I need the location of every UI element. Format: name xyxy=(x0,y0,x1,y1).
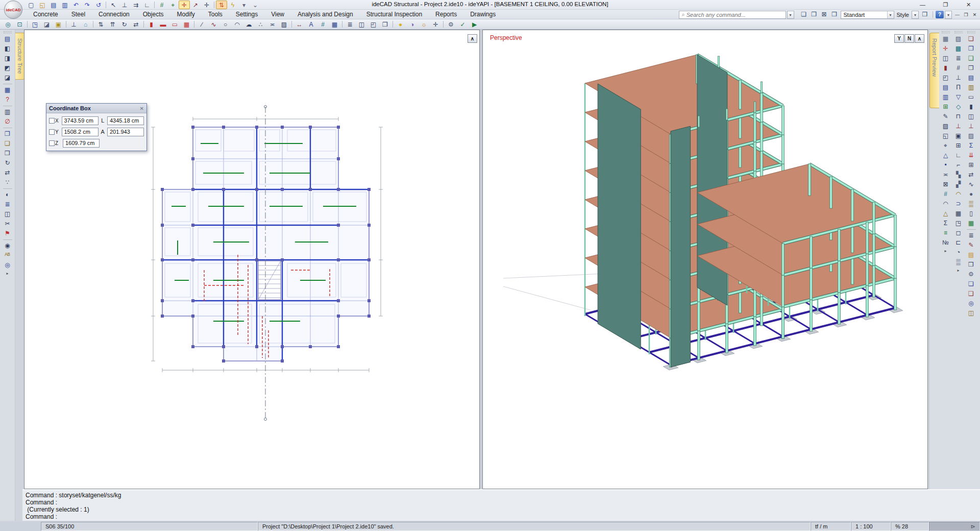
view-direction-button[interactable]: ∧ xyxy=(915,34,924,43)
toolbar-grip[interactable] xyxy=(4,31,12,33)
object-info-icon[interactable]: ◉ xyxy=(2,241,13,251)
trim-scissors-icon[interactable]: ✂ xyxy=(2,219,13,229)
zoom-extents-icon[interactable]: ◎ xyxy=(2,20,14,29)
truss-icon[interactable]: △ xyxy=(940,209,951,219)
bracket-icon[interactable]: ⌐ xyxy=(953,160,964,170)
point-array-icon[interactable]: ∵ xyxy=(2,178,13,187)
dimension-tool-icon[interactable]: ↔ xyxy=(293,20,305,29)
menu-view[interactable]: View xyxy=(264,10,291,19)
view-direction-button[interactable]: Y xyxy=(894,34,904,43)
y-lock-checkbox[interactable] xyxy=(49,129,55,135)
minimize-button[interactable]: — xyxy=(911,0,934,10)
command-search[interactable]: ⌕ xyxy=(679,11,786,19)
eraser-icon[interactable]: ◪ xyxy=(41,20,53,29)
frame-x-icon[interactable]: ⊠ xyxy=(940,180,951,189)
region-box-icon[interactable]: ◳ xyxy=(953,219,964,228)
steel-profile-icon[interactable]: ≣ xyxy=(953,54,964,63)
shearwall-tool-icon[interactable]: ▬ xyxy=(157,20,169,29)
close-button[interactable]: ✕ xyxy=(957,0,980,10)
report-mass-icon[interactable]: ● xyxy=(966,189,977,199)
toolbar-grip[interactable] xyxy=(942,31,950,33)
help-dropdown-icon[interactable]: ▾ xyxy=(945,11,952,19)
report-load-icon[interactable]: ⇊ xyxy=(966,151,977,160)
report-drift-icon[interactable]: ⇄ xyxy=(966,170,977,180)
z-coordinate-field[interactable] xyxy=(63,139,100,148)
length-field[interactable] xyxy=(107,116,144,125)
edit-polygon-icon[interactable]: ◳ xyxy=(29,20,41,29)
menu-settings[interactable]: Settings xyxy=(229,10,264,19)
checker-fill-icon[interactable]: ▚ xyxy=(953,170,964,180)
frame-grid-icon[interactable]: ⊞ xyxy=(953,141,964,151)
report-print-icon[interactable]: ❒ xyxy=(966,260,977,270)
report-settings-icon[interactable]: ⚙ xyxy=(966,270,977,279)
select-cursor-icon[interactable]: ↖ xyxy=(108,1,119,9)
viewport-maximize-button[interactable]: ∧ xyxy=(468,34,477,43)
search-input[interactable] xyxy=(687,12,785,18)
library-books-icon[interactable]: ≣ xyxy=(2,200,13,209)
perpendicular-snap-icon[interactable]: ⊥ xyxy=(119,1,130,9)
slab-iso-icon[interactable]: ◇ xyxy=(953,102,964,112)
quick-command-icon[interactable]: ϟ xyxy=(227,1,238,9)
report-footing-icon[interactable]: ⊥ xyxy=(966,122,977,131)
column-base-icon[interactable]: ◻ xyxy=(953,228,964,238)
block-tool-icon[interactable]: ◫ xyxy=(356,20,368,29)
tile-windows-icon[interactable]: ❐ xyxy=(809,11,819,19)
x-lock-checkbox[interactable] xyxy=(49,118,55,124)
child-minimize-button[interactable]: — xyxy=(953,11,962,18)
zone-shade-icon[interactable]: ▒ xyxy=(953,257,964,267)
report-soil-icon[interactable]: ▒ xyxy=(966,199,977,209)
mirror-icon[interactable]: ⇄ xyxy=(130,20,142,29)
report-lab-icon[interactable]: ▥ xyxy=(966,83,977,92)
menu-objects[interactable]: Objects xyxy=(136,10,170,19)
move-story-icon[interactable]: ⇅ xyxy=(95,20,107,29)
snap-lock-icon[interactable]: ✛ xyxy=(179,1,190,9)
sun-light-icon[interactable]: ☼ xyxy=(418,20,430,29)
app-logo-icon[interactable]: ideCAD xyxy=(4,1,22,19)
report-combo-icon[interactable]: ⊞ xyxy=(966,160,977,170)
plumb-line-icon[interactable]: ⊥ xyxy=(68,20,80,29)
report-quantity-icon[interactable]: ❑ xyxy=(966,54,977,63)
pattern-fill-icon[interactable]: ▦ xyxy=(953,209,964,219)
open-file-icon[interactable]: ◱ xyxy=(37,1,48,9)
level-mark-icon[interactable]: ≡ xyxy=(940,228,951,238)
menu-modify[interactable]: Modify xyxy=(170,10,201,19)
wall-section-icon[interactable]: ▞ xyxy=(953,180,964,189)
report-view-icon[interactable]: ◎ xyxy=(966,299,977,308)
chair-rebar-icon[interactable]: ⊏ xyxy=(953,238,964,248)
model-check-icon[interactable]: ✓ xyxy=(457,20,469,29)
run-analysis-icon[interactable]: ▶ xyxy=(469,20,480,29)
node-snap-icon[interactable]: ⌖ xyxy=(167,1,179,9)
center-point-icon[interactable]: ⌖ xyxy=(940,141,951,151)
materials-map-icon[interactable]: ▨ xyxy=(953,34,964,44)
drag-node-icon[interactable]: ◪ xyxy=(2,73,13,83)
object-properties-icon[interactable]: ▤ xyxy=(2,34,13,44)
child-restore-button[interactable]: ❐ xyxy=(962,11,970,18)
funnel-icon[interactable]: ▽ xyxy=(953,92,964,102)
plate-icon[interactable]: ▣ xyxy=(953,131,964,141)
select-by-type-icon[interactable]: ◧ xyxy=(2,44,13,54)
status-units[interactable]: tf / m xyxy=(811,522,851,531)
node-move-icon[interactable]: △ xyxy=(940,151,951,160)
perspective-viewport[interactable]: Perspective YN∧ xyxy=(482,30,928,489)
toolbar-grip[interactable] xyxy=(954,31,963,33)
beam-edit-icon[interactable]: ▤ xyxy=(940,83,951,92)
report-analysis-icon[interactable]: Σ xyxy=(966,141,977,151)
redo-icon[interactable]: ↷ xyxy=(82,1,93,9)
style-dropdown-icon[interactable]: ▾ xyxy=(912,11,919,19)
toolbar-overflow-icon[interactable]: ▸ xyxy=(944,249,946,253)
restore-button[interactable]: ❐ xyxy=(934,0,957,10)
status-scale[interactable]: 1 : 100 xyxy=(851,522,891,531)
model-canvas[interactable] xyxy=(483,30,927,489)
sticky-note-icon[interactable]: ▣ xyxy=(53,20,64,29)
table-select-icon[interactable]: ▦ xyxy=(2,85,13,95)
report-summary-icon[interactable]: ▤ xyxy=(966,250,977,260)
report-beam-icon[interactable]: ▭ xyxy=(966,92,977,102)
line-tool-icon[interactable]: ∕ xyxy=(196,20,208,29)
offset-tool-icon[interactable]: ≍ xyxy=(266,20,278,29)
edit-node-icon[interactable]: ◩ xyxy=(2,63,13,73)
dome-icon[interactable]: ◠ xyxy=(940,199,951,209)
cascade-windows-icon[interactable]: ❏ xyxy=(799,11,809,19)
stair-tool-icon[interactable]: ≣ xyxy=(344,20,356,29)
region-tool-icon[interactable]: ◰ xyxy=(368,20,379,29)
dome-grid-icon[interactable]: ◔ xyxy=(953,248,964,257)
